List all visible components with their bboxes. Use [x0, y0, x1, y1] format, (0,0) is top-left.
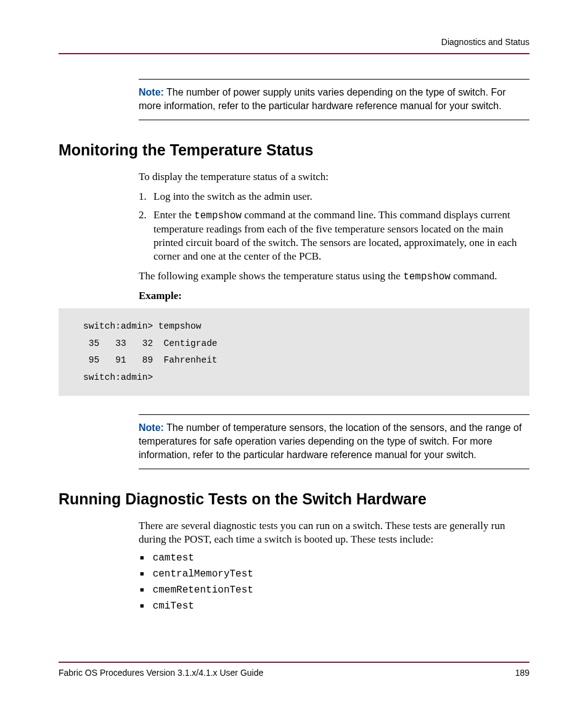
list-item: camtest [139, 552, 529, 564]
heading-temperature-status: Monitoring the Temperature Status [59, 141, 529, 159]
footer-rule [59, 662, 529, 663]
page-footer: Fabric OS Procedures Version 3.1.x/4.1.x… [59, 662, 529, 678]
note-temperature-sensors: Note: The number of temperature sensors,… [139, 414, 529, 469]
diag-intro: There are several diagnostic tests you c… [139, 519, 529, 546]
footer-guide-title: Fabric OS Procedures Version 3.1.x/4.1.x… [59, 668, 263, 678]
note-power-supply: Note: The number of power supply units v… [139, 79, 529, 120]
step-num: 2. [139, 208, 153, 263]
note-label: Note: [139, 422, 164, 433]
heading-diagnostic-tests: Running Diagnostic Tests on the Switch H… [59, 490, 529, 508]
test-name: cmiTest [153, 601, 194, 612]
code-example-tempshow: switch:admin> tempshow 35 33 32 Centigra… [59, 308, 529, 396]
step-1: 1. Log into the switch as the admin user… [139, 190, 529, 203]
test-name: camtest [153, 552, 194, 564]
note-text: The number of power supply units varies … [139, 87, 506, 111]
header-rule [59, 53, 529, 54]
example-label: Example: [139, 290, 529, 302]
diag-test-list: camtest centralMemoryTest cmemRetentionT… [139, 552, 529, 612]
temp-steps: 1. Log into the switch as the admin user… [139, 190, 529, 263]
temp-follow: The following example shows the temperat… [139, 269, 529, 284]
inline-command-tempshow: tempshow [403, 271, 451, 282]
page-header-chapter: Diagnostics and Status [59, 37, 529, 47]
test-name: cmemRetentionTest [153, 585, 253, 596]
step-2: 2. Enter the tempshow command at the com… [139, 208, 529, 263]
inline-command-tempshow: tempshow [194, 210, 242, 221]
list-item: centralMemoryTest [139, 568, 529, 580]
list-item: cmiTest [139, 601, 529, 612]
list-item: cmemRetentionTest [139, 585, 529, 596]
note-text: The number of temperature sensors, the l… [139, 422, 521, 459]
step-text: Log into the switch as the admin user. [153, 190, 529, 203]
step-text: Enter the tempshow command at the comman… [153, 208, 529, 263]
step-num: 1. [139, 190, 153, 203]
note-label: Note: [139, 87, 164, 97]
footer-page-number: 189 [515, 668, 529, 678]
temp-intro: To display the temperature status of a s… [139, 170, 529, 184]
test-name: centralMemoryTest [153, 568, 253, 580]
